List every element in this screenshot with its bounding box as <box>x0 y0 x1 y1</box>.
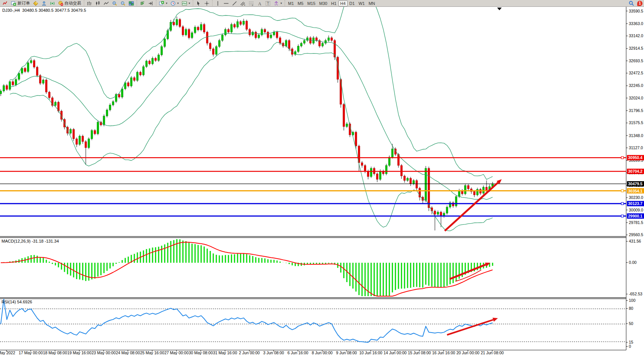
svg-text:30 May 08:00: 30 May 08:00 <box>189 350 213 355</box>
svg-text:T: T <box>267 1 269 5</box>
indicators-diamond-button[interactable] <box>31 0 40 6</box>
svg-text:24 May 08:00: 24 May 08:00 <box>116 350 140 355</box>
crosshair-tool-button[interactable] <box>203 0 211 6</box>
svg-text:80: 80 <box>629 306 633 311</box>
svg-text:30230.0: 30230.0 <box>629 195 643 200</box>
trend-arrow-rsi[interactable] <box>447 320 493 335</box>
notification-badge[interactable]: 1 <box>637 1 642 6</box>
play-icon <box>140 1 145 6</box>
timeframe-button-mn[interactable]: MN <box>367 0 377 6</box>
bars-icon <box>87 1 92 6</box>
toolbar-group-objects: ▾▾▾ <box>156 0 193 7</box>
templates-button[interactable]: ▾ <box>180 0 192 6</box>
arrows-tool[interactable]: ▾ <box>272 0 283 6</box>
svg-text:E: E <box>244 4 246 6</box>
toolbar-group-chart-type <box>84 0 137 7</box>
chart-shift-button[interactable] <box>146 0 155 6</box>
toolbar-group-drawing: EFAT▾ <box>212 0 285 7</box>
diamond-icon <box>33 1 38 6</box>
timeframe-button-h1[interactable]: H1 <box>329 0 338 6</box>
timeframe-button-m5[interactable]: M5 <box>296 0 305 6</box>
line-chart-button[interactable] <box>102 0 110 6</box>
svg-text:17 May 00:00: 17 May 00:00 <box>19 350 43 355</box>
svg-text:-652.53: -652.53 <box>629 292 642 296</box>
search-button[interactable] <box>627 0 636 6</box>
periods-clock-button[interactable]: ▾ <box>169 0 180 6</box>
symbol-chart-icon[interactable] <box>1 0 9 6</box>
timeframe-button-w1[interactable]: W1 <box>357 0 367 6</box>
zoom-out-icon <box>120 1 126 6</box>
zoom-out-button[interactable] <box>119 0 127 6</box>
macd-indicator-label: MACD(12,26,9) -31.18 -131.34 <box>2 239 59 243</box>
text-label-tool[interactable]: T <box>264 0 272 6</box>
svg-text:19 May 16:00: 19 May 16:00 <box>67 350 91 355</box>
channel-tool[interactable]: E <box>239 0 247 6</box>
svg-text:33142.0: 33142.0 <box>629 33 643 38</box>
chart-canvas[interactable]: 33590.533363.033142.032914.532693.532472… <box>0 0 644 355</box>
svg-text:32245.0: 32245.0 <box>629 83 643 88</box>
timeframe-button-h4[interactable]: H4 <box>339 0 348 6</box>
chart-shift-marker[interactable] <box>497 8 502 10</box>
svg-text:31575.5: 31575.5 <box>629 120 643 125</box>
svg-text:15 Jun 08:00: 15 Jun 08:00 <box>408 350 431 355</box>
panel-divider[interactable] <box>0 236 626 237</box>
ban-circle-icon <box>58 1 63 6</box>
vertical-line-tool[interactable] <box>214 0 222 6</box>
chevron-down-icon: ▾ <box>189 2 190 5</box>
svg-text:21 Jun 08:00: 21 Jun 08:00 <box>481 350 504 355</box>
svg-text:2 Jun 00:00: 2 Jun 00:00 <box>239 350 260 355</box>
svg-text:30950.4: 30950.4 <box>628 155 642 160</box>
trend-arrow-rsi-head[interactable] <box>493 318 498 322</box>
fibonacci-tool[interactable]: F <box>247 0 255 6</box>
trend-icon <box>232 1 237 6</box>
svg-text:100: 100 <box>629 298 636 303</box>
cursor-tool-button[interactable] <box>194 0 203 6</box>
timeframe-button-m30[interactable]: M30 <box>317 0 329 6</box>
time-axis: May 202217 May 00:0018 May 08:0019 May 1… <box>0 350 504 355</box>
zoom-in-button[interactable] <box>110 0 119 6</box>
auto-scroll-button[interactable] <box>138 0 146 6</box>
svg-text:31348.0: 31348.0 <box>629 133 643 138</box>
svg-text:16 Jun 16:00: 16 Jun 16:00 <box>432 350 455 355</box>
search-icon <box>629 1 634 6</box>
candle-mini-icon <box>3 1 8 6</box>
svg-text:31 May 16:00: 31 May 16:00 <box>213 350 237 355</box>
svg-text:30479.5: 30479.5 <box>628 181 642 186</box>
svg-text:50: 50 <box>629 321 633 326</box>
auto-trading-button[interactable]: 自动交易 <box>57 0 83 6</box>
toolbar-group-trading: 新订单自动交易 <box>0 0 84 7</box>
candles-icon <box>95 1 101 6</box>
trading-terminal-window: { "toolbar": { "buttons_left": [ {"name"… <box>0 0 644 355</box>
toolbar-group-timeframes: M1M5M15M30H1H4D1W1MN <box>285 0 378 7</box>
horizontal-line-tool[interactable] <box>222 0 230 6</box>
svg-text:18 May 08:00: 18 May 08:00 <box>43 350 67 355</box>
new-order-button[interactable]: 新订单 <box>9 0 31 6</box>
vline-icon <box>215 1 220 6</box>
bar-chart-button[interactable] <box>85 0 94 6</box>
signals-button[interactable] <box>48 0 57 6</box>
svg-text:32472.5: 32472.5 <box>629 71 643 75</box>
channel-icon: E <box>240 1 246 6</box>
textT-icon: T <box>265 1 271 6</box>
add-indicator-button[interactable]: ▾ <box>157 0 169 6</box>
svg-text:32693.5: 32693.5 <box>629 58 643 63</box>
timeframe-button-m1[interactable]: M1 <box>286 0 296 6</box>
tile-windows-button[interactable] <box>127 0 135 6</box>
timeframe-button-d1[interactable]: D1 <box>348 0 357 6</box>
macd-panel: 431.560.00-652.53 <box>1 239 642 296</box>
linechart-icon <box>104 1 109 6</box>
trendline-tool[interactable] <box>230 0 239 6</box>
candlestick-chart-button[interactable] <box>94 0 102 6</box>
plus-drop-icon <box>159 1 164 6</box>
toolbar-button-label: 新订单 <box>17 0 30 6</box>
panel-divider[interactable] <box>0 297 626 298</box>
market-watch-button[interactable] <box>40 0 48 6</box>
macd-signal-line <box>1 242 493 296</box>
timeframe-button-m15[interactable]: M15 <box>305 0 317 6</box>
text-tool[interactable]: A <box>255 0 264 6</box>
svg-text:0.00: 0.00 <box>629 260 637 265</box>
toolbar-group-cursor <box>193 0 212 7</box>
svg-text:31796.5: 31796.5 <box>629 108 643 113</box>
svg-text:29781.5: 29781.5 <box>629 220 643 225</box>
rsi-indicator-label: RSI(14) 54.6926 <box>2 300 32 304</box>
